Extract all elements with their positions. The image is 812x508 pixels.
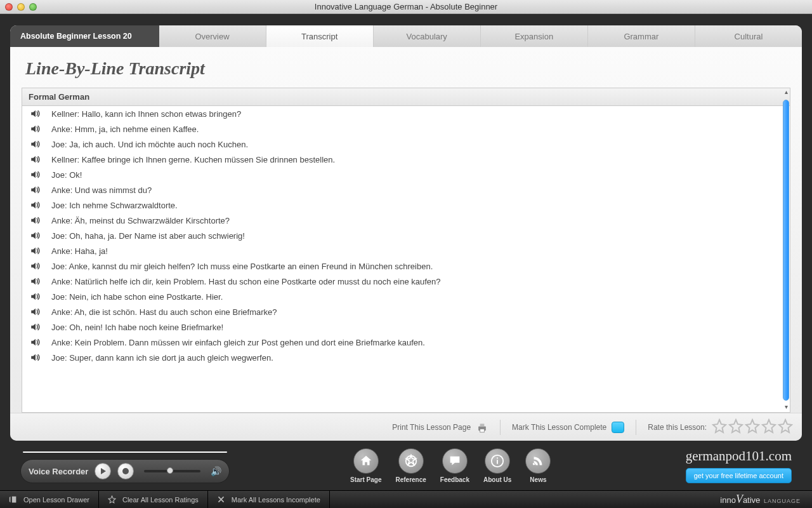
play-line-audio-button[interactable] <box>29 306 43 318</box>
star-icon[interactable] <box>728 418 743 436</box>
transcript-line: Joe: Anke, kannst du mir gleich helfen? … <box>22 258 790 274</box>
play-line-audio-button[interactable] <box>29 352 43 363</box>
tab-vocabulary[interactable]: Vocabulary <box>374 25 481 47</box>
app-frame: Absolute Beginner Lesson 20 Overview Tra… <box>0 14 812 490</box>
transcript-line: Anke: Haha, ja! <box>22 243 790 258</box>
scroll-down-arrow-icon[interactable]: ▾ <box>782 403 790 412</box>
svg-rect-1 <box>480 424 485 426</box>
tab-expansion[interactable]: Expansion <box>481 25 588 47</box>
play-line-audio-button[interactable] <box>29 276 43 287</box>
transcript-table: Formal German Kellner: Hallo, kann ich I… <box>22 88 790 413</box>
card-footer: Print This Lesson Page Mark This Lesson … <box>10 413 802 441</box>
scroll-thumb[interactable] <box>783 100 789 401</box>
tab-overview[interactable]: Overview <box>159 25 266 47</box>
nav-feedback-button[interactable]: Feedback <box>440 448 469 483</box>
separator <box>636 420 636 435</box>
volume-knob[interactable] <box>167 467 173 474</box>
mark-complete-button[interactable]: Mark This Lesson Complete <box>512 422 624 433</box>
transcript-line: Anke: Und was nimmst du? <box>22 182 790 197</box>
transcript-line: Anke: Hmm, ja, ich nehme einen Kaffee. <box>22 121 790 137</box>
rate-label: Rate this Lesson: <box>648 423 707 432</box>
play-line-audio-button[interactable] <box>29 199 43 211</box>
transcript-line: Anke: Kein Problem. Dann müssen wir einf… <box>22 335 790 350</box>
promo-cta-button[interactable]: get your free lifetime account <box>686 468 792 483</box>
play-line-audio-button[interactable] <box>29 321 43 333</box>
lesson-title-tab[interactable]: Absolute Beginner Lesson 20 <box>10 25 159 47</box>
print-lesson-button[interactable]: Print This Lesson Page <box>392 422 488 433</box>
checkbox-icon <box>612 422 624 433</box>
tab-grammar[interactable]: Grammar <box>588 25 695 47</box>
play-line-audio-button[interactable] <box>29 123 43 135</box>
play-line-audio-button[interactable] <box>29 291 43 302</box>
clear-ratings-button[interactable]: Clear All Lesson Ratings <box>99 491 208 508</box>
start-icon <box>353 448 379 474</box>
audio-progress[interactable] <box>23 451 227 453</box>
tabs: Absolute Beginner Lesson 20 Overview Tra… <box>10 25 802 47</box>
star-icon[interactable] <box>761 418 776 436</box>
play-line-audio-button[interactable] <box>29 169 43 180</box>
transcript-text: Joe: Ich nehme Schwarzwaldtorte. <box>51 201 178 210</box>
transcript-line: Joe: Ok! <box>22 167 790 182</box>
reference-icon <box>398 448 424 474</box>
transcript-text: Kellner: Kaffee bringe ich Ihnen gerne. … <box>51 155 335 164</box>
volume-icon: 🔊 <box>211 466 221 476</box>
transcript-line: Anke: Natürlich helfe ich dir, kein Prob… <box>22 274 790 289</box>
nav-start-button[interactable]: Start Page <box>350 448 381 483</box>
transcript-text: Joe: Oh, nein! Ich habe noch keine Brief… <box>51 323 223 332</box>
scroll-up-arrow-icon[interactable]: ▴ <box>782 88 790 97</box>
nav-label: News <box>530 476 546 483</box>
scrollbar[interactable]: ▴ ▾ <box>781 88 790 412</box>
separator <box>500 420 501 435</box>
play-line-audio-button[interactable] <box>29 184 43 196</box>
transcript-text: Anke: Kein Problem. Dann müssen wir einf… <box>51 338 425 347</box>
svg-point-3 <box>405 455 416 466</box>
brand-v: V <box>736 493 743 505</box>
play-line-audio-button[interactable] <box>29 260 43 272</box>
play-line-audio-button[interactable] <box>29 215 43 226</box>
rating-stars[interactable] <box>712 418 793 436</box>
star-outline-icon <box>108 495 116 504</box>
transcript-text: Joe: Super, dann kann ich sie dort ja au… <box>51 353 273 363</box>
star-icon[interactable] <box>712 418 727 436</box>
transcript-line: Anke: Äh, meinst du Schwarzwälder Kirsch… <box>22 213 790 228</box>
voice-recorder: Voice Recorder 🔊 <box>20 459 230 483</box>
nav-news-button[interactable]: News <box>525 448 551 483</box>
mark-incomplete-button[interactable]: Mark All Lessons Incomplete <box>208 491 330 508</box>
play-line-audio-button[interactable] <box>29 108 43 119</box>
nav-label: About Us <box>483 476 511 483</box>
play-line-audio-button[interactable] <box>29 138 43 150</box>
play-line-audio-button[interactable] <box>29 245 43 257</box>
brand-suffix: ative <box>743 495 760 505</box>
open-lesson-drawer-button[interactable]: Open Lesson Drawer <box>0 491 99 508</box>
record-button[interactable] <box>117 463 134 479</box>
star-icon[interactable] <box>778 418 793 436</box>
play-line-audio-button[interactable] <box>29 337 43 348</box>
nav-about-button[interactable]: About Us <box>483 448 511 483</box>
play-line-audio-button[interactable] <box>29 154 43 165</box>
play-button[interactable] <box>95 463 111 479</box>
nav-reference-button[interactable]: Reference <box>395 448 426 483</box>
nav-label: Reference <box>395 476 426 483</box>
nav-label: Feedback <box>440 476 469 483</box>
transcript-text: Anke: Ah, die ist schön. Hast du auch sc… <box>51 307 277 317</box>
transcript-lines[interactable]: Kellner: Hallo, kann ich Ihnen schon etw… <box>22 106 790 412</box>
printer-icon <box>476 422 488 433</box>
rate-lesson: Rate this Lesson: <box>648 418 793 436</box>
nav-icons: Start PageReferenceFeedbackAbout UsNews <box>350 448 551 483</box>
lower-toolbar: Voice Recorder 🔊 Start PageReferenceFeed… <box>10 441 802 490</box>
feedback-icon <box>442 448 468 474</box>
play-line-audio-button[interactable] <box>29 230 43 241</box>
record-icon <box>122 468 129 474</box>
transcript-text: Joe: Ja, ich auch. Und ich möchte auch n… <box>51 140 248 149</box>
recorder-label: Voice Recorder <box>29 467 88 476</box>
transcript-text: Anke: Natürlich helfe ich dir, kein Prob… <box>51 277 441 286</box>
brand-prefix: inno <box>720 495 736 505</box>
recorder-panel: Voice Recorder 🔊 <box>20 448 230 483</box>
tab-cultural[interactable]: Cultural <box>695 25 802 47</box>
volume-slider[interactable] <box>144 470 200 472</box>
star-icon[interactable] <box>745 418 760 436</box>
promo-domain[interactable]: germanpod101.com <box>686 448 792 464</box>
page-title: Line-By-Line Transcript <box>10 47 802 88</box>
tab-transcript[interactable]: Transcript <box>266 25 374 47</box>
drawer-icon <box>9 495 17 504</box>
